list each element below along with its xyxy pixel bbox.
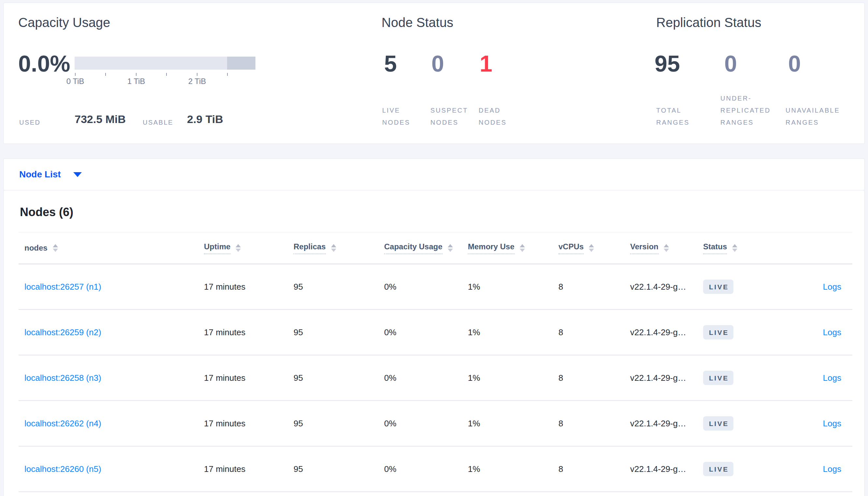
logs-link[interactable]: Logs: [823, 419, 841, 428]
vcpus-cell: 8: [558, 282, 630, 292]
nodes-table-card: Nodes (6) nodes Uptime Replicas Capacity…: [3, 190, 865, 496]
memory-cell: 1%: [468, 282, 558, 292]
nodes-table-title: Nodes (6): [18, 190, 852, 219]
status-badge: LIVE: [703, 462, 733, 476]
capacity-usage-title: Capacity Usage: [18, 15, 110, 30]
axis-tick: [227, 73, 228, 76]
axis-tick: [105, 73, 106, 76]
unavailable-ranges-count: 0: [788, 52, 801, 75]
capacity-bar-chart: [75, 57, 255, 69]
logs-link[interactable]: Logs: [823, 327, 841, 337]
memory-cell: 1%: [468, 464, 558, 474]
suspect-nodes-count: 0: [431, 52, 444, 75]
memory-cell: 1%: [468, 373, 558, 383]
status-badge: LIVE: [703, 416, 733, 431]
replication-status-section: Replication Status 95 0 0 TOTAL RANGES U…: [653, 3, 865, 143]
version-cell: v22.1.4-29-g…: [630, 464, 703, 474]
replicas-cell: 95: [294, 464, 384, 474]
logs-link[interactable]: Logs: [823, 464, 841, 474]
node-link[interactable]: localhost:26259 (n2): [25, 327, 101, 337]
used-value: 732.5 MiB: [75, 113, 126, 126]
node-link[interactable]: localhost:26258 (n3): [25, 373, 101, 383]
column-header-capacity-usage[interactable]: Capacity Usage: [384, 242, 468, 254]
node-link[interactable]: localhost:26260 (n5): [25, 464, 101, 474]
version-cell: v22.1.4-29-g…: [630, 327, 703, 338]
logs-link[interactable]: Logs: [823, 282, 841, 292]
capacity-bar-dark-segment: [227, 57, 255, 69]
node-link[interactable]: localhost:26262 (n4): [25, 419, 101, 428]
capacity-used-percent: 0.0%: [18, 52, 70, 75]
replicas-cell: 95: [294, 373, 384, 383]
under-replicated-ranges-count: 0: [724, 52, 737, 75]
uptime-cell: 17 minutes: [204, 282, 294, 292]
axis-tick-label: 0 TiB: [66, 77, 85, 86]
live-nodes-count: 5: [384, 52, 397, 75]
sort-icon: [520, 244, 525, 252]
uptime-cell: 17 minutes: [204, 373, 294, 383]
axis-tick: [197, 73, 197, 76]
vcpus-cell: 8: [558, 327, 630, 338]
live-nodes-label: LIVE NODES: [382, 105, 428, 128]
sort-icon: [53, 244, 58, 252]
table-row: localhost:26260 (n5) 17 minutes 95 0% 1%…: [18, 447, 852, 492]
suspect-nodes-label: SUSPECT NODES: [430, 105, 482, 128]
vcpus-cell: 8: [558, 464, 630, 474]
capacity-cell: 0%: [384, 282, 468, 292]
capacity-cell: 0%: [384, 464, 468, 474]
vcpus-cell: 8: [558, 373, 630, 383]
uptime-cell: 17 minutes: [204, 419, 294, 429]
sort-icon: [664, 244, 669, 252]
version-cell: v22.1.4-29-g…: [630, 282, 703, 292]
total-ranges-count: 95: [655, 52, 680, 75]
column-header-replicas[interactable]: Replicas: [294, 242, 384, 254]
column-header-nodes[interactable]: nodes: [18, 244, 204, 252]
node-list-dropdown[interactable]: Node List: [19, 159, 82, 190]
sort-icon: [732, 244, 737, 252]
axis-tick: [75, 73, 76, 76]
table-header-row: nodes Uptime Replicas Capacity Usage Mem…: [18, 232, 852, 264]
table-row: localhost:26262 (n4) 17 minutes 95 0% 1%…: [18, 401, 852, 447]
capacity-usage-section: Capacity Usage 0.0% 0 TiB 1 TiB 2 TiB US…: [18, 3, 370, 143]
sort-icon: [331, 244, 336, 252]
node-status-section: Node Status 5 0 1 LIVE NODES SUSPECT NOD…: [381, 3, 629, 143]
cluster-summary-card: Capacity Usage 0.0% 0 TiB 1 TiB 2 TiB US…: [3, 3, 865, 144]
column-header-uptime[interactable]: Uptime: [204, 242, 294, 254]
column-header-status[interactable]: Status: [703, 242, 781, 254]
nodes-heading: Nodes (6): [18, 190, 852, 232]
node-link[interactable]: localhost:26257 (n1): [25, 282, 101, 292]
uptime-cell: 17 minutes: [204, 464, 294, 474]
capacity-cell: 0%: [384, 419, 468, 429]
replicas-cell: 95: [294, 327, 384, 338]
node-status-title: Node Status: [381, 15, 453, 30]
usable-value: 2.9 TiB: [187, 113, 223, 126]
used-label: USED: [19, 119, 41, 126]
column-header-memory-use[interactable]: Memory Use: [468, 242, 558, 254]
column-header-vcpus[interactable]: vCPUs: [558, 242, 630, 254]
memory-cell: 1%: [468, 419, 558, 429]
node-list-bar: Node List: [3, 158, 865, 190]
table-row: localhost:26257 (n1) 17 minutes 95 0% 1%…: [18, 264, 852, 310]
version-cell: v22.1.4-29-g…: [630, 373, 703, 383]
axis-tick: [166, 73, 167, 76]
memory-cell: 1%: [468, 327, 558, 338]
status-badge: LIVE: [703, 325, 733, 339]
total-ranges-label: TOTAL RANGES: [656, 105, 708, 128]
status-badge: LIVE: [703, 371, 733, 385]
replicas-cell: 95: [294, 282, 384, 292]
column-header-version[interactable]: Version: [630, 242, 703, 254]
vcpus-cell: 8: [558, 419, 630, 429]
axis-tick-label: 1 TiB: [128, 77, 145, 86]
logs-link[interactable]: Logs: [823, 373, 841, 383]
dead-nodes-count: 1: [480, 52, 492, 75]
caret-down-icon: [73, 172, 82, 177]
axis-tick: [136, 73, 136, 76]
table-row: localhost:26259 (n2) 17 minutes 95 0% 1%…: [18, 310, 852, 355]
node-list-dropdown-label: Node List: [19, 169, 61, 180]
unavailable-ranges-label: UNAVAILABLE RANGES: [785, 105, 868, 128]
sort-icon: [448, 244, 453, 252]
capacity-cell: 0%: [384, 373, 468, 383]
under-replicated-ranges-label: UNDER-REPLICATED RANGES: [720, 92, 782, 128]
replicas-cell: 95: [294, 419, 384, 429]
axis-tick-label: 2 TiB: [188, 77, 206, 86]
sort-icon: [236, 244, 241, 252]
